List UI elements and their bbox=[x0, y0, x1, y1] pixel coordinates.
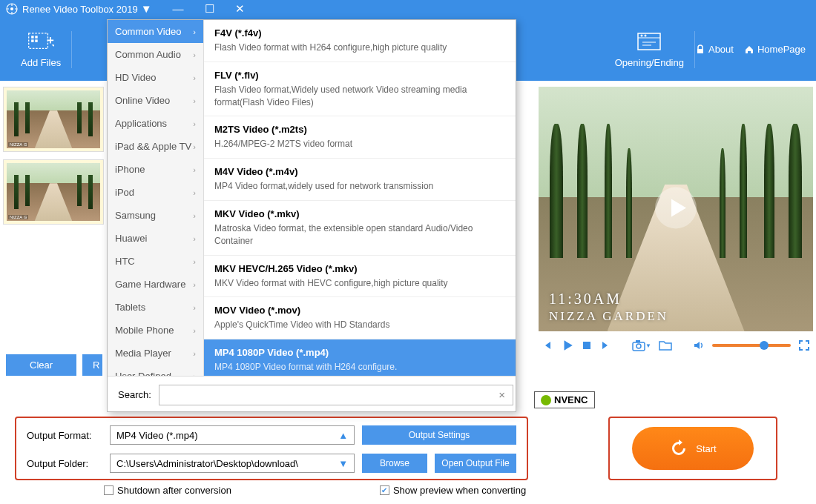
volume-slider[interactable] bbox=[712, 344, 791, 347]
category-item[interactable]: Mobile Phone› bbox=[108, 319, 203, 342]
svg-rect-3 bbox=[31, 36, 33, 38]
app-logo-icon bbox=[6, 3, 18, 15]
lock-icon bbox=[695, 44, 705, 55]
format-item[interactable]: M4V Video (*.m4v)MP4 Video format,widely… bbox=[204, 159, 516, 201]
nvidia-icon bbox=[541, 395, 551, 405]
thumbnail-item[interactable]: NIZZA G bbox=[3, 159, 104, 225]
svg-rect-5 bbox=[31, 39, 33, 42]
category-item[interactable]: User Defined› bbox=[108, 365, 203, 376]
svg-rect-6 bbox=[35, 39, 37, 42]
next-button[interactable] bbox=[599, 339, 611, 351]
format-item[interactable]: MP4 1080P Video (*.mp4)MP4 1080P Video f… bbox=[204, 339, 516, 376]
category-item[interactable]: HTC› bbox=[108, 250, 203, 273]
nvenc-badge: NVENC bbox=[534, 391, 595, 408]
chevron-up-icon: ▲ bbox=[338, 430, 348, 441]
output-format-select[interactable]: MP4 Video (*.mp4) ▲ bbox=[110, 425, 355, 445]
svg-point-10 bbox=[645, 35, 647, 37]
search-clear-icon[interactable]: × bbox=[499, 388, 505, 401]
format-item[interactable]: F4V (*.f4v)Flash Video format with H264 … bbox=[204, 20, 516, 62]
play-button[interactable] bbox=[561, 339, 574, 352]
browse-button[interactable]: Browse bbox=[362, 454, 427, 473]
format-item[interactable]: M2TS Video (*.m2ts)H.264/MPEG-2 M2TS vid… bbox=[204, 116, 516, 159]
stop-button[interactable] bbox=[582, 340, 592, 351]
folder-button[interactable] bbox=[659, 339, 672, 351]
preview-time-text: 11:30AM bbox=[549, 291, 622, 308]
output-settings-button[interactable]: Output Settings bbox=[362, 425, 516, 445]
format-list: F4V (*.f4v)Flash Video format with H264 … bbox=[204, 20, 516, 376]
category-list: Common Video›Common Audio›HD Video›Onlin… bbox=[108, 20, 204, 376]
fullscreen-button[interactable] bbox=[798, 339, 810, 351]
category-item[interactable]: iPod› bbox=[108, 181, 203, 204]
svg-rect-18 bbox=[636, 340, 640, 342]
minimize-icon[interactable]: — bbox=[170, 2, 187, 16]
svg-point-1 bbox=[10, 7, 13, 10]
category-item[interactable]: iPad && Apple TV› bbox=[108, 135, 203, 158]
snapshot-button[interactable]: ▼ bbox=[632, 339, 651, 351]
prev-button[interactable] bbox=[542, 339, 553, 351]
category-item[interactable]: Applications› bbox=[108, 112, 203, 135]
open-output-file-button[interactable]: Open Output File bbox=[435, 454, 516, 473]
app-title: Renee Video Toolbox 2019 bbox=[22, 4, 138, 15]
output-folder-label: Output Folder: bbox=[27, 458, 102, 469]
maximize-icon[interactable]: ☐ bbox=[202, 2, 217, 16]
add-files-label: Add Files bbox=[21, 57, 61, 68]
output-folder-select[interactable]: C:\Users\Administrator\Desktop\download\… bbox=[110, 454, 355, 473]
refresh-icon bbox=[669, 439, 688, 458]
svg-point-9 bbox=[641, 35, 643, 37]
chevron-down-icon: ▼ bbox=[338, 458, 348, 469]
category-item[interactable]: HD Video› bbox=[108, 66, 203, 89]
checkbox-icon: ✔ bbox=[380, 485, 389, 495]
play-overlay-icon[interactable] bbox=[654, 186, 698, 233]
category-item[interactable]: Common Video› bbox=[108, 20, 203, 43]
format-dropdown-panel: Common Video›Common Audio›HD Video›Onlin… bbox=[107, 19, 516, 412]
category-item[interactable]: Huawei› bbox=[108, 227, 203, 250]
category-item[interactable]: Media Player› bbox=[108, 342, 203, 365]
add-files-icon bbox=[27, 30, 54, 53]
category-item[interactable]: Online Video› bbox=[108, 89, 203, 112]
start-box: Start bbox=[608, 417, 777, 480]
svg-rect-4 bbox=[35, 36, 37, 38]
add-files-button[interactable]: Add Files bbox=[10, 30, 71, 68]
thumbnail-item[interactable]: NIZZA G bbox=[3, 87, 104, 152]
svg-point-17 bbox=[636, 344, 641, 348]
dropdown-menu-icon[interactable]: ▼ bbox=[138, 2, 155, 16]
search-row: Search: × bbox=[108, 376, 516, 413]
thumbnail-list: NIZZA G NIZZA G bbox=[0, 81, 107, 374]
preview-checkbox[interactable]: ✔ Show preview when converting bbox=[380, 485, 526, 496]
category-item[interactable]: Common Audio› bbox=[108, 43, 203, 66]
svg-rect-15 bbox=[583, 342, 590, 349]
clear-button[interactable]: Clear bbox=[6, 354, 76, 376]
opening-ending-button[interactable]: Opening/Ending bbox=[605, 30, 694, 68]
format-item[interactable]: MOV Video (*.mov)Apple's QuickTime Video… bbox=[204, 297, 516, 339]
format-item[interactable]: MKV Video (*.mkv)Matroska Video format, … bbox=[204, 201, 516, 256]
format-item[interactable]: MKV HEVC/H.265 Video (*.mkv)MKV Video fo… bbox=[204, 256, 516, 298]
svg-rect-13 bbox=[697, 49, 703, 53]
shutdown-checkbox[interactable]: Shutdown after conversion bbox=[104, 485, 231, 496]
output-format-label: Output Format: bbox=[27, 430, 102, 441]
about-link[interactable]: About bbox=[695, 44, 734, 55]
category-item[interactable]: Game Hardware› bbox=[108, 273, 203, 296]
remove-button-partial[interactable]: R bbox=[82, 354, 102, 376]
category-item[interactable]: Tablets› bbox=[108, 296, 203, 319]
opening-ending-label: Opening/Ending bbox=[615, 57, 684, 68]
output-settings-box: Output Format: MP4 Video (*.mp4) ▲ Outpu… bbox=[15, 417, 528, 480]
close-icon[interactable]: ✕ bbox=[232, 2, 248, 16]
home-icon bbox=[744, 44, 754, 55]
checkbox-icon bbox=[104, 485, 113, 495]
homepage-link[interactable]: HomePage bbox=[744, 44, 806, 55]
volume-icon[interactable] bbox=[693, 339, 705, 351]
video-preview[interactable]: 11:30AM NIZZA GARDEN bbox=[539, 87, 813, 331]
format-item[interactable]: FLV (*.flv)Flash Video format,Widely use… bbox=[204, 62, 516, 117]
titlebar: Renee Video Toolbox 2019 ▼ — ☐ ✕ bbox=[0, 0, 816, 18]
search-label: Search: bbox=[118, 389, 151, 400]
opening-ending-icon bbox=[636, 30, 662, 53]
category-item[interactable]: iPhone› bbox=[108, 158, 203, 181]
preview-panel: 11:30AM NIZZA GARDEN ▼ bbox=[539, 87, 813, 359]
preview-location-text: NIZZA GARDEN bbox=[549, 309, 668, 324]
search-input[interactable] bbox=[159, 385, 513, 405]
player-controls: ▼ bbox=[539, 331, 813, 359]
category-item[interactable]: Samsung› bbox=[108, 204, 203, 227]
start-button[interactable]: Start bbox=[632, 427, 754, 470]
